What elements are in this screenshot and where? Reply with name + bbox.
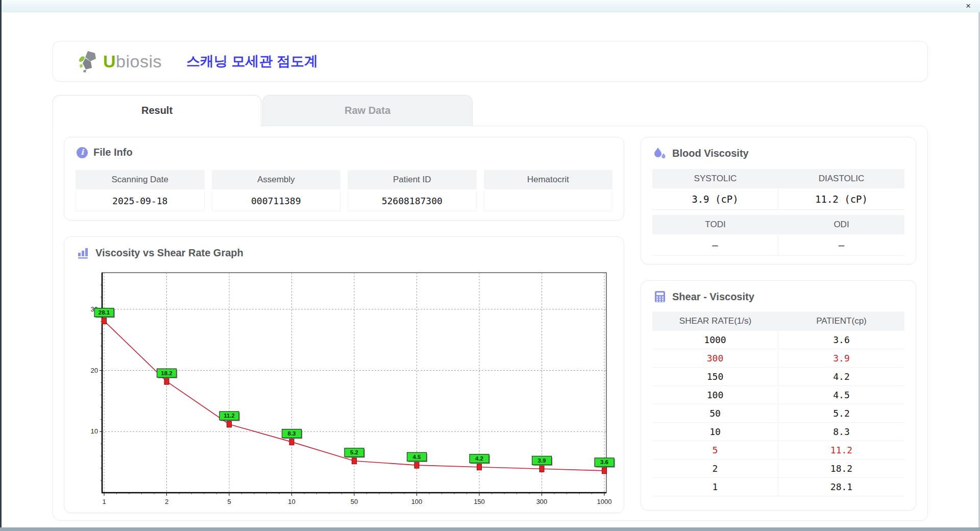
bv-header-systolic: SYSTOLIC xyxy=(652,169,778,188)
bv-header-odi: ODI xyxy=(778,215,904,234)
data-label-text: 11.2 xyxy=(224,413,235,419)
file-info-value-3 xyxy=(484,191,613,211)
sv-header-row: SHEAR RATE(1/s) PATIENT(cp) xyxy=(652,311,904,331)
data-label-text: 5.2 xyxy=(350,449,358,455)
sv-row-8: 128.1 xyxy=(652,478,904,496)
file-info-header-2: Patient ID xyxy=(348,170,477,189)
bv-header-row-2: TODI ODI xyxy=(652,215,904,234)
bv-value-todi: – xyxy=(652,234,778,256)
sv-patient-value: 4.2 xyxy=(778,368,904,385)
data-point-marker xyxy=(352,458,357,464)
sv-row-0: 10003.6 xyxy=(652,331,904,349)
sv-shear-value: 150 xyxy=(652,368,778,385)
sv-header-patient: PATIENT(cp) xyxy=(778,311,904,331)
sv-shear-value: 100 xyxy=(652,386,778,404)
sv-row-4: 505.2 xyxy=(652,404,904,423)
data-point-marker xyxy=(102,318,107,324)
bv-value-row-2: – – xyxy=(652,234,904,256)
sv-row-5: 108.3 xyxy=(652,423,904,441)
bv-spacer xyxy=(652,210,904,215)
file-info-title: File Info xyxy=(93,147,133,158)
graph-title: Viscosity vs Shear Rate Graph xyxy=(95,247,243,259)
application-window: × Ubiosis 스캐닝 모세관 점도계 Result Raw Data i … xyxy=(0,0,980,531)
sv-patient-value: 11.2 xyxy=(778,441,904,459)
data-label-text: 28.1 xyxy=(99,309,110,316)
sv-row-6: 511.2 xyxy=(652,441,904,460)
sv-row-7: 218.2 xyxy=(652,460,904,478)
sv-patient-value: 3.9 xyxy=(778,349,904,367)
sv-row-2: 1504.2 xyxy=(652,368,904,386)
blood-viscosity-card: Blood Viscosity SYSTOLIC DIASTOLIC 3.9 (… xyxy=(641,137,916,264)
tab-raw-data[interactable]: Raw Data xyxy=(262,95,473,126)
sv-patient-value: 28.1 xyxy=(778,478,904,496)
sv-patient-value: 3.6 xyxy=(778,331,904,349)
file-info-card: i File Info Scanning DateAssemblyPatient… xyxy=(64,137,624,221)
data-label-text: 3.6 xyxy=(600,459,608,465)
sv-rows-container: 10003.63003.91504.21004.5505.2108.3511.2… xyxy=(652,331,904,496)
x-tick-label: 1000 xyxy=(597,498,612,505)
file-info-grid: Scanning DateAssemblyPatient IDHematocri… xyxy=(76,170,612,211)
data-label-text: 8.3 xyxy=(288,430,296,437)
shear-viscosity-title: Shear - Viscosity xyxy=(672,291,754,303)
shear-viscosity-title-row: Shear - Viscosity xyxy=(653,290,754,303)
app-title-korean: 스캐닝 모세관 점도계 xyxy=(186,52,318,70)
header-card: Ubiosis 스캐닝 모세관 점도계 xyxy=(53,41,928,82)
x-tick-label: 5 xyxy=(227,498,231,505)
sv-patient-value: 4.5 xyxy=(778,386,904,404)
window-titlebar xyxy=(0,0,980,12)
sv-shear-value: 5 xyxy=(652,441,778,459)
blood-viscosity-title-row: Blood Viscosity xyxy=(653,147,749,160)
x-tick-label: 300 xyxy=(536,498,548,505)
bv-value-diastolic: 11.2 (cP) xyxy=(778,188,904,210)
data-label-text: 4.5 xyxy=(413,454,422,460)
data-point-marker xyxy=(602,468,607,474)
data-label-text: 3.9 xyxy=(538,457,546,464)
x-tick-label: 2 xyxy=(165,498,168,505)
window-close-button[interactable]: × xyxy=(963,1,974,12)
shear-viscosity-table: SHEAR RATE(1/s) PATIENT(cp) 10003.63003.… xyxy=(652,311,904,496)
file-info-title-row: i File Info xyxy=(77,147,133,158)
ubiosis-logo-text: Ubiosis xyxy=(103,52,162,71)
y-tick-label: 20 xyxy=(91,367,98,374)
file-info-value-0: 2025-09-18 xyxy=(76,191,205,211)
data-point-marker xyxy=(414,462,419,468)
blood-drops-icon xyxy=(653,147,667,160)
tab-result[interactable]: Result xyxy=(53,95,261,127)
x-tick-label: 50 xyxy=(351,498,358,505)
file-info-value-2: 52608187300 xyxy=(348,191,477,211)
logo-letter-u: U xyxy=(103,52,116,71)
data-point-marker xyxy=(289,439,294,445)
data-label-text: 18.2 xyxy=(161,370,172,376)
blood-viscosity-title: Blood Viscosity xyxy=(672,148,749,159)
x-tick-label: 100 xyxy=(411,498,423,505)
bv-value-row-1: 3.9 (cP) 11.2 (cP) xyxy=(652,188,904,210)
data-point-marker xyxy=(540,466,544,472)
bv-header-diastolic: DIASTOLIC xyxy=(778,169,904,188)
sv-row-3: 1004.5 xyxy=(652,386,904,404)
x-tick-label: 10 xyxy=(288,498,295,505)
sv-patient-value: 18.2 xyxy=(778,460,904,477)
info-icon: i xyxy=(77,147,88,158)
bv-value-systolic: 3.9 (cP) xyxy=(652,188,778,210)
data-label-text: 4.2 xyxy=(475,455,483,462)
ubiosis-logo: Ubiosis xyxy=(78,50,162,73)
bv-header-row-1: SYSTOLIC DIASTOLIC xyxy=(652,169,904,188)
sv-row-1: 3003.9 xyxy=(652,349,904,368)
file-info-header-1: Assembly xyxy=(212,170,341,189)
bv-header-todi: TODI xyxy=(652,215,778,234)
ubiosis-logo-icon xyxy=(78,50,101,73)
x-tick-label: 1 xyxy=(102,498,106,505)
file-info-header-0: Scanning Date xyxy=(76,170,205,189)
window-left-border xyxy=(0,0,2,531)
bv-value-odi: – xyxy=(778,234,904,256)
sv-shear-value: 2 xyxy=(652,460,778,477)
y-tick-label: 10 xyxy=(91,427,98,435)
sv-shear-value: 10 xyxy=(652,423,778,441)
viscosity-shear-rate-chart: 1020301251050100150300100028.118.211.28.… xyxy=(80,270,610,510)
data-point-marker xyxy=(477,464,482,470)
data-point-marker xyxy=(164,378,169,384)
sv-shear-value: 1000 xyxy=(652,331,778,349)
sv-shear-value: 300 xyxy=(652,349,778,367)
sv-shear-value: 50 xyxy=(652,404,778,422)
shear-viscosity-card: Shear - Viscosity SHEAR RATE(1/s) PATIEN… xyxy=(641,280,916,511)
